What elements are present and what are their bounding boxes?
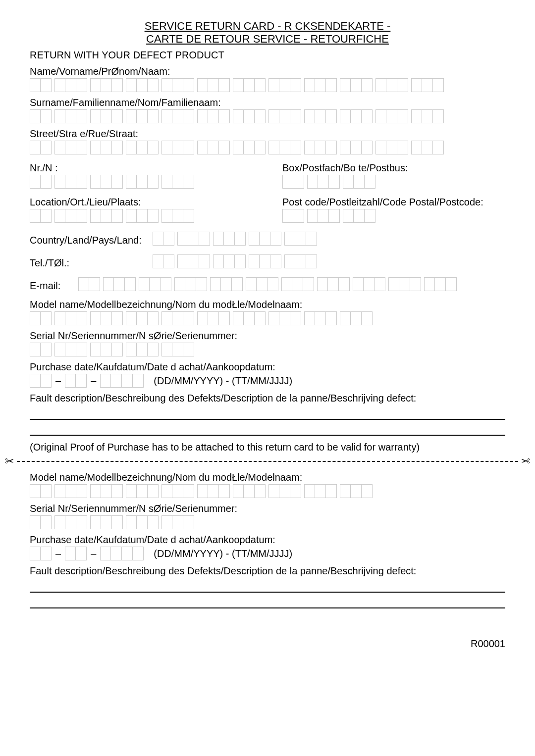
input-name[interactable] <box>30 78 505 92</box>
input-location[interactable] <box>30 209 253 223</box>
label-serial-1: Serial Nr/Seriennummer/N sØrie/Serienumm… <box>30 330 505 342</box>
input-serial-1[interactable] <box>30 343 505 356</box>
label-purchase-1: Purchase date/Kaufdatum/Date d achat/Aan… <box>30 361 505 373</box>
dash-icon: – <box>91 375 96 387</box>
label-serial-2: Serial Nr/Seriennummer/N sØrie/Serienumm… <box>30 503 505 514</box>
label-purchase-2: Purchase date/Kaufdatum/Date d achat/Aan… <box>30 534 505 546</box>
input-surname[interactable] <box>30 109 505 123</box>
label-tel: Tel./TØl.: <box>30 257 144 269</box>
input-fault-2[interactable] <box>30 581 505 608</box>
input-tel[interactable] <box>153 254 317 268</box>
input-nr[interactable] <box>30 175 253 189</box>
scissor-icon: ✂ <box>5 456 14 467</box>
dash-icon: – <box>55 375 61 387</box>
label-country: Country/Land/Pays/Land: <box>30 235 144 246</box>
input-email[interactable] <box>78 277 457 291</box>
label-model-2: Model name/Modellbezeichnung/Nom du modŁ… <box>30 472 505 483</box>
dash-icon: – <box>91 548 96 559</box>
title-block: SERVICE RETURN CARD - R CKSENDEKARTE - C… <box>30 20 505 46</box>
cut-line: ✂ ✂ <box>0 456 535 467</box>
label-nr: Nr./N : <box>30 162 253 174</box>
label-name: Name/Vorname/PrØnom/Naam: <box>30 66 505 77</box>
date-format-hint-1: (DD/MM/YYYY) - (TT/MM/JJJJ) <box>154 375 292 387</box>
warranty-note: (Original Proof of Purchase has to be at… <box>30 442 505 453</box>
input-serial-2[interactable] <box>30 515 505 529</box>
input-street[interactable] <box>30 141 505 154</box>
dash-icon: – <box>55 548 61 559</box>
label-fault-2: Fault description/Beschreibung des Defek… <box>30 565 505 577</box>
input-purchase-date-1[interactable]: – – (DD/MM/YYYY) - (TT/MM/JJJJ) <box>30 374 505 388</box>
input-box[interactable] <box>282 175 505 189</box>
label-model-1: Model name/Modellbezeichnung/Nom du modŁ… <box>30 299 505 310</box>
input-country[interactable] <box>153 232 317 246</box>
input-purchase-date-2[interactable]: – – (DD/MM/YYYY) - (TT/MM/JJJJ) <box>30 547 505 560</box>
scissor-icon: ✂ <box>521 456 530 467</box>
label-box: Box/Postfach/Bo te/Postbus: <box>282 162 505 174</box>
input-fault-1[interactable] <box>30 408 505 436</box>
title-line-1: SERVICE RETURN CARD - R CKSENDEKARTE - <box>145 20 391 32</box>
document-id: R00001 <box>30 638 505 650</box>
return-instruction: RETURN WITH YOUR DEFECT PRODUCT <box>30 50 505 61</box>
label-location: Location/Ort./Lieu/Plaats: <box>30 197 253 208</box>
input-postcode[interactable] <box>282 209 505 223</box>
label-street: Street/Stra e/Rue/Straat: <box>30 128 505 140</box>
label-surname: Surname/Familienname/Nom/Familienaam: <box>30 97 505 108</box>
input-model-1[interactable] <box>30 311 505 325</box>
date-format-hint-2: (DD/MM/YYYY) - (TT/MM/JJJJ) <box>154 548 292 559</box>
input-model-2[interactable] <box>30 484 505 498</box>
title-line-2: CARTE DE RETOUR SERVICE - RETOURFICHE <box>146 33 389 45</box>
label-fault-1: Fault description/Beschreibung des Defek… <box>30 393 505 404</box>
label-email: E-mail: <box>30 280 69 292</box>
label-postcode: Post code/Postleitzahl/Code Postal/Postc… <box>282 197 505 208</box>
